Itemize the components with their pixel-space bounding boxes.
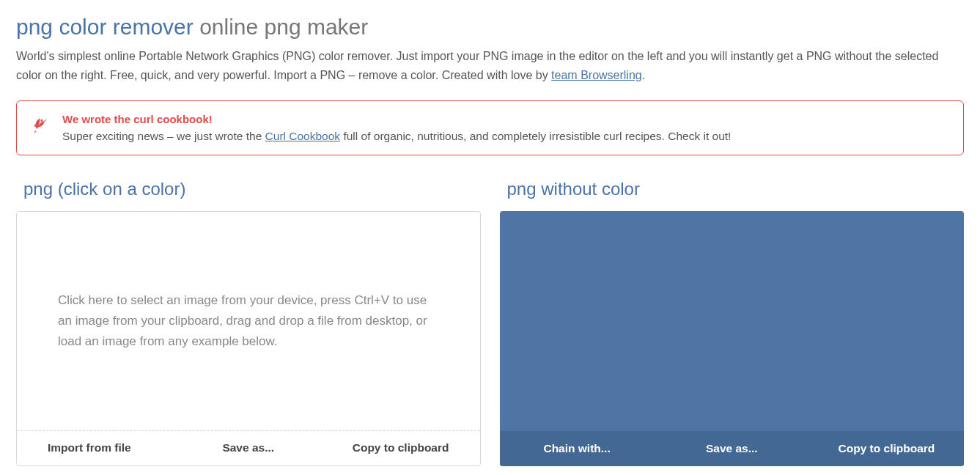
save-as-output-button[interactable]: Save as... [655,442,809,455]
page-title-main: png color remover [16,15,194,39]
input-panel: png (click on a color) Click here to sel… [16,174,481,466]
copy-output-to-clipboard-button[interactable]: Copy to clipboard [809,442,964,455]
intro-before: World's simplest online Portable Network… [16,50,938,81]
alert-title: We wrote the curl cookbook! [62,113,948,125]
intro-text: World's simplest online Portable Network… [16,47,964,86]
import-from-file-button[interactable]: Import from file [17,441,180,454]
output-panel-heading: png without color [507,179,965,199]
input-box: Click here to select an image from your … [16,211,481,466]
alert-before: Super exciting news – we just wrote the [62,130,265,142]
copy-to-clipboard-button[interactable]: Copy to clipboard [317,441,480,454]
output-preview [500,211,965,431]
chain-with-button[interactable]: Chain with... [500,442,655,455]
save-as-button[interactable]: Save as... [180,441,317,454]
page-title-sub: online png maker [199,15,368,39]
alert-text: Super exciting news – we just wrote the … [62,130,948,143]
input-toolbar: Import from file Save as... Copy to clip… [17,430,480,465]
dropzone-text: Click here to select an image from your … [58,290,439,352]
output-box: Chain with... Save as... Copy to clipboa… [500,211,965,466]
rocket-icon [32,117,49,135]
alert-after: full of organic, nutritious, and complet… [343,130,731,142]
output-toolbar: Chain with... Save as... Copy to clipboa… [500,431,965,466]
intro-after: . [642,69,645,81]
curl-cookbook-link[interactable]: Curl Cookbook [265,130,341,142]
page-title: png color remover online png maker [16,15,964,40]
announcement-alert: We wrote the curl cookbook! Super exciti… [16,100,964,155]
image-dropzone[interactable]: Click here to select an image from your … [17,212,480,430]
team-browserling-link[interactable]: team Browserling [551,69,642,81]
output-panel: png without color Chain with... Save as.… [500,174,965,466]
input-panel-heading: png (click on a color) [23,179,481,199]
